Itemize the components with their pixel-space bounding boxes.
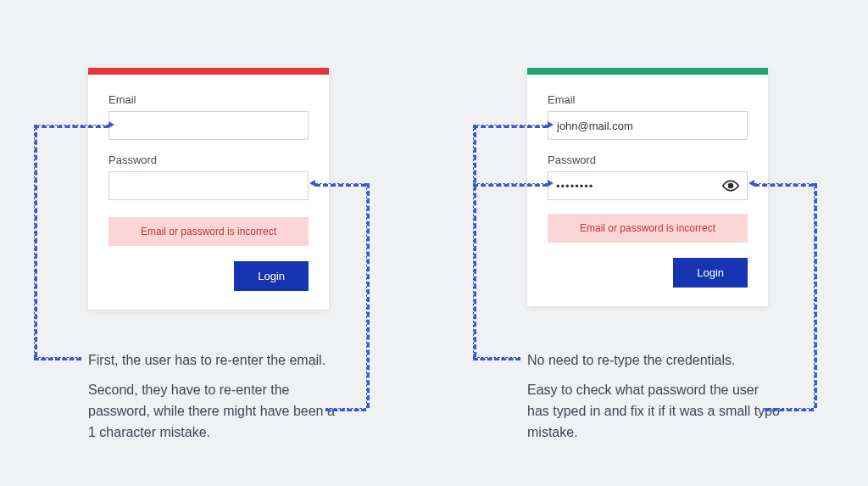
password-masked-value: ••••••••: [556, 180, 593, 193]
email-field[interactable]: [108, 111, 309, 140]
connector-line: [34, 125, 37, 357]
email-field[interactable]: [548, 111, 748, 140]
connector-line: [473, 125, 548, 128]
login-button[interactable]: Login: [673, 258, 748, 288]
status-bar-good: [527, 68, 768, 75]
arrow-icon: [108, 121, 114, 128]
caption-right-1: No need to re-type the credentials.: [527, 350, 782, 371]
connector-line: [34, 125, 108, 128]
email-label: Email: [108, 93, 309, 106]
connector-line: [754, 183, 814, 187]
eye-icon[interactable]: [722, 177, 739, 194]
email-label: Email: [548, 93, 748, 106]
arrow-icon: [748, 180, 754, 187]
connector-line: [814, 183, 817, 408]
error-banner: Email or password is incorrect: [108, 217, 309, 246]
arrow-icon: [309, 180, 315, 187]
connector-line: [473, 183, 548, 187]
password-field[interactable]: [108, 171, 309, 200]
error-banner: Email or password is incorrect: [548, 214, 748, 243]
card-body: Email Password Email or password is inco…: [88, 75, 329, 310]
status-bar-bad: [88, 68, 329, 75]
connector-line: [473, 125, 476, 357]
connector-line: [473, 357, 520, 360]
arrow-icon: [548, 180, 554, 187]
card-body: Email Password •••••••• Email or passwor…: [527, 75, 768, 306]
password-label: Password: [548, 154, 748, 166]
connector-line: [366, 183, 370, 408]
password-wrapper: ••••••••: [548, 171, 748, 200]
arrow-icon: [548, 121, 554, 128]
caption-left-1: First, the user has to re-enter the emai…: [88, 350, 342, 371]
connector-line: [315, 183, 366, 187]
login-card-good: Email Password •••••••• Email or passwor…: [527, 68, 768, 306]
login-button[interactable]: Login: [234, 261, 309, 291]
caption-right-2: Easy to check what password the user has…: [527, 380, 782, 443]
connector-line: [34, 357, 81, 360]
login-card-bad: Email Password Email or password is inco…: [88, 68, 329, 310]
svg-point-0: [729, 184, 733, 188]
connector-line: [765, 408, 814, 411]
caption-left-2: Second, they have to re-enter the passwo…: [88, 380, 342, 443]
connector-line: [326, 408, 366, 411]
password-label: Password: [108, 154, 309, 166]
